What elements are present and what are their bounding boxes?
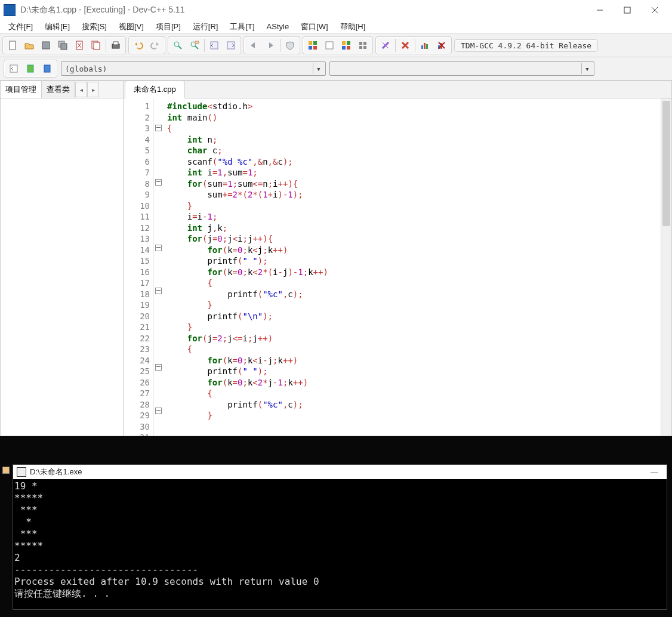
debug-fwd-button[interactable] (263, 38, 278, 53)
status-icon (2, 467, 10, 474)
menu-help[interactable]: 帮助[H] (334, 20, 372, 33)
svg-rect-12 (94, 42, 100, 50)
find-button[interactable] (171, 38, 185, 53)
svg-point-15 (174, 42, 179, 47)
menu-bar: 文件[F] 编辑[E] 搜索[S] 视图[V] 项目[P] 运行[R] 工具[T… (0, 20, 672, 34)
svg-rect-33 (359, 46, 362, 49)
print-button[interactable] (109, 38, 123, 53)
profile-button[interactable] (418, 38, 432, 53)
debug-back-button[interactable] (246, 38, 261, 53)
menu-file[interactable]: 文件[F] (2, 20, 39, 33)
menu-search[interactable]: 搜索[S] (76, 20, 113, 33)
svg-rect-28 (347, 41, 350, 45)
secondary-toolbar: (globals) ▾ ▾ (0, 57, 672, 81)
undo-button[interactable] (131, 38, 146, 53)
svg-rect-34 (363, 46, 366, 49)
compiler-label[interactable]: TDM-GCC 4.9.2 64-bit Release (457, 41, 595, 50)
main-area: 项目管理 查看类 ◂ ▸ 未命名1.cpp 123456789101112131… (0, 81, 672, 436)
new-file-button[interactable] (5, 38, 20, 53)
menu-astyle[interactable]: AStyle (261, 21, 295, 32)
svg-rect-30 (347, 46, 350, 50)
svg-rect-19 (195, 41, 199, 44)
sidebar-tab-scroll-left[interactable]: ◂ (75, 82, 87, 97)
line-number-gutter: 1234567891011121314151617181920212223242… (124, 98, 154, 436)
shield-button[interactable] (283, 38, 297, 53)
goto-bookmark-next-button[interactable] (40, 61, 54, 76)
editor: 未命名1.cpp 1234567891011121314151617181920… (124, 81, 671, 436)
svg-rect-26 (326, 42, 333, 49)
file-tab-bar: 未命名1.cpp (124, 81, 671, 98)
scope-dropdown[interactable]: (globals) ▾ (61, 61, 326, 76)
close-button[interactable] (641, 2, 668, 18)
file-tab-active[interactable]: 未命名1.cpp (125, 81, 185, 98)
compile-button[interactable] (306, 38, 320, 53)
console-title-text: D:\未命名1.exe (30, 467, 82, 477)
menu-edit[interactable]: 编辑[E] (39, 20, 76, 33)
menu-run[interactable]: 运行[R] (187, 20, 224, 33)
chevron-down-icon: ▾ (581, 63, 593, 74)
close-file-button[interactable] (72, 38, 87, 53)
console-minimize-button[interactable]: — (646, 468, 663, 477)
console-icon (17, 467, 26, 477)
maximize-button[interactable] (614, 2, 641, 18)
goto-prev-button[interactable] (207, 38, 221, 53)
close-all-button[interactable] (89, 38, 103, 53)
svg-rect-39 (426, 44, 428, 49)
rebuild-button[interactable] (356, 38, 370, 53)
main-toolbar: TDM-GCC 4.9.2 64-bit Release (0, 34, 672, 57)
console-title-bar[interactable]: D:\未命名1.exe — (13, 465, 667, 479)
sidebar-body (1, 98, 123, 436)
menu-project[interactable]: 项目[P] (150, 20, 187, 33)
svg-rect-23 (313, 41, 317, 45)
goto-next-button[interactable] (224, 38, 238, 53)
vertical-scrollbar[interactable] (661, 98, 671, 436)
console-window: D:\未命名1.exe — 19 * ***** *** * *** *****… (13, 464, 667, 610)
svg-rect-14 (113, 42, 118, 45)
compile-run-button[interactable] (339, 38, 353, 53)
svg-rect-29 (342, 46, 346, 50)
delete-profile-button[interactable] (434, 38, 449, 53)
scope-dropdown-value: (globals) (65, 64, 107, 73)
status-strip (2, 464, 11, 476)
chevron-down-icon: ▾ (313, 63, 324, 74)
minimize-button[interactable] (586, 2, 614, 18)
svg-rect-7 (61, 44, 67, 50)
stop-button[interactable] (398, 38, 412, 53)
run-button[interactable] (322, 38, 337, 53)
open-file-button[interactable] (22, 38, 36, 53)
menu-tools[interactable]: 工具[T] (224, 20, 260, 33)
svg-line-18 (195, 46, 198, 49)
svg-rect-46 (44, 65, 50, 72)
svg-rect-21 (227, 42, 235, 49)
code-editor[interactable]: #include<stdio.h>int main(){ int n; char… (162, 98, 661, 436)
menu-view[interactable]: 视图[V] (113, 20, 150, 33)
sidebar-tab-project[interactable]: 项目管理 (1, 81, 42, 98)
replace-button[interactable] (187, 38, 202, 53)
svg-rect-1 (624, 7, 630, 13)
svg-rect-5 (42, 42, 50, 49)
save-all-button[interactable] (56, 38, 70, 53)
redo-button[interactable] (148, 38, 162, 53)
svg-rect-20 (211, 42, 218, 49)
app-logo-icon (4, 4, 16, 16)
svg-rect-4 (10, 41, 16, 50)
window-title: D:\未命名1.cpp - [Executing] - Dev-C++ 5.11 (20, 5, 586, 16)
svg-rect-24 (309, 46, 312, 50)
sidebar: 项目管理 查看类 ◂ ▸ (1, 81, 124, 436)
svg-rect-31 (359, 42, 362, 45)
svg-rect-22 (309, 41, 312, 45)
title-bar: D:\未命名1.cpp - [Executing] - Dev-C++ 5.11 (0, 0, 672, 20)
debug-button[interactable] (378, 38, 393, 53)
save-button[interactable] (39, 38, 53, 53)
console-output[interactable]: 19 * ***** *** * *** ***** 2 -----------… (13, 479, 667, 609)
goto-bookmark-prev-button[interactable] (7, 61, 21, 76)
sidebar-tab-scroll-right[interactable]: ▸ (87, 82, 99, 97)
scroll-thumb[interactable] (662, 101, 670, 226)
menu-window[interactable]: 窗口[W] (295, 20, 334, 33)
svg-rect-45 (27, 65, 33, 72)
toggle-bookmark-button[interactable] (23, 61, 38, 76)
fold-column (154, 98, 162, 436)
sidebar-tab-classes[interactable]: 查看类 (42, 81, 75, 98)
function-dropdown[interactable]: ▾ (329, 61, 594, 76)
svg-rect-25 (313, 46, 317, 50)
